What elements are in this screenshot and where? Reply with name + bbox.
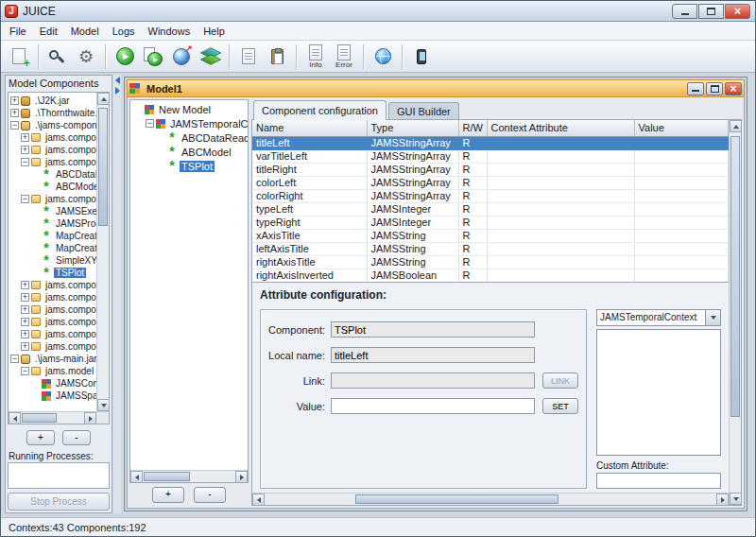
expand-toggle-icon[interactable]: + <box>21 318 29 326</box>
scrollbar-thumb[interactable] <box>22 413 57 423</box>
tree-item-tsplot[interactable]: TSPlot <box>9 267 96 279</box>
scrollbar-thumb[interactable] <box>355 494 558 504</box>
layers-button[interactable] <box>196 42 224 71</box>
settings-button[interactable] <box>72 42 100 71</box>
tree-item-abcmodel[interactable]: ABCModel <box>132 145 248 159</box>
upload-model-button[interactable] <box>167 42 196 71</box>
collapse-toggle-icon[interactable]: − <box>21 195 29 203</box>
tree-item-jams-componen[interactable]: +jams.componen... <box>9 131 96 144</box>
link-button[interactable]: LINK <box>542 372 578 389</box>
scrollbar-thumb[interactable] <box>144 472 190 481</box>
expand-toggle-icon[interactable]: + <box>10 109 19 117</box>
scroll-down-button[interactable] <box>730 493 742 505</box>
column-header-type[interactable]: Type <box>367 120 458 136</box>
minimize-button[interactable] <box>672 4 697 19</box>
tree-item-tsplot[interactable]: TSPlot <box>132 159 248 173</box>
config-horizontal-scrollbar[interactable] <box>252 493 729 505</box>
scrollbar-thumb[interactable] <box>730 136 740 417</box>
tree-item-jams-componen[interactable]: +jams.componen... <box>9 279 96 291</box>
close-button[interactable] <box>725 4 750 19</box>
tree-item-j2k-jar[interactable]: +.\J2K.jar <box>9 95 96 107</box>
collapse-toggle-icon[interactable]: − <box>21 367 29 375</box>
scroll-down-button[interactable] <box>97 399 110 411</box>
table-row[interactable]: typeLeftJAMSIntegerR <box>252 202 729 216</box>
library-tree-vertical-scrollbar[interactable] <box>96 93 109 411</box>
scroll-up-button[interactable] <box>730 120 742 132</box>
frame-maximize-button[interactable] <box>706 82 723 95</box>
column-header-value[interactable]: Value <box>634 120 729 136</box>
expand-toggle-icon[interactable]: + <box>21 293 29 302</box>
tree-item-jams-componen[interactable]: +jams.componen... <box>9 291 96 303</box>
expand-toggle-icon[interactable]: + <box>21 305 29 314</box>
run-model-file-button[interactable] <box>139 42 167 71</box>
table-row[interactable]: varTitleLeftJAMSStringArrayR <box>252 149 729 163</box>
tree-item-jams-componen[interactable]: +jams.componen... <box>9 340 96 353</box>
column-header-context-attribute[interactable]: Context Attribute <box>487 120 634 136</box>
config-vertical-scrollbar[interactable] <box>729 120 741 505</box>
scroll-right-button[interactable] <box>84 412 96 424</box>
link-field[interactable] <box>331 372 535 389</box>
add-component-button[interactable]: + <box>26 430 55 445</box>
expand-toggle-icon[interactable]: + <box>21 146 29 154</box>
tree-item-mapcreator[interactable]: MapCreator... <box>9 230 96 242</box>
tree-item-thornthwaite-jar[interactable]: +.\Thornthwaite.jar <box>9 107 96 119</box>
tree-item-jams-componen[interactable]: +jams.componen... <box>9 316 96 328</box>
local-name-field[interactable] <box>331 347 535 363</box>
tree-item-jams-components[interactable]: −.\jams-components... <box>9 119 96 131</box>
tree-item-jamsexecin[interactable]: JAMSExecIn... <box>9 205 96 217</box>
running-processes-list[interactable] <box>8 462 110 489</box>
tree-item-jamsspatia[interactable]: JAMSSpatia... <box>9 390 96 402</box>
frame-minimize-button[interactable] <box>687 82 704 95</box>
error-log-button[interactable]: Error <box>330 42 358 71</box>
expand-toggle-icon[interactable]: + <box>21 342 29 351</box>
scrollbar-track[interactable] <box>21 412 84 424</box>
browser-button[interactable] <box>369 42 397 71</box>
run-model-button[interactable] <box>111 42 139 71</box>
new-model-button[interactable] <box>5 42 33 71</box>
tree-item-abcdatareader[interactable]: ABCDataReader <box>132 130 248 145</box>
menu-logs[interactable]: Logs <box>106 24 142 39</box>
tree-item-jams-componen[interactable]: −jams.componen... <box>9 193 96 205</box>
tree-item-jams-main-jar[interactable]: −.\jams-main.jar <box>9 353 96 365</box>
frame-close-button[interactable] <box>725 82 742 95</box>
scrollbar-track[interactable] <box>265 494 716 505</box>
tree-item-simplexyplo[interactable]: SimpleXYPlo... <box>9 254 96 267</box>
remove-component-button[interactable]: - <box>62 430 91 445</box>
titlebar[interactable]: J JUICE <box>1 1 755 22</box>
expand-toggle-icon[interactable]: + <box>21 133 29 142</box>
collapse-left-icon[interactable] <box>115 77 120 84</box>
tree-item-abcmodel[interactable]: ABCModel <box>9 181 96 193</box>
scroll-right-button[interactable] <box>235 471 248 483</box>
tree-item-jams-componen[interactable]: +jams.componen... <box>9 144 96 156</box>
menu-file[interactable]: File <box>3 24 33 39</box>
table-row[interactable]: leftAxisTitleJAMSStringR <box>252 242 729 255</box>
custom-attribute-field[interactable] <box>596 473 721 489</box>
scroll-left-button[interactable] <box>130 471 143 483</box>
tree-item-jams-componen[interactable]: +jams.componen... <box>9 303 96 316</box>
column-header-r-w[interactable]: R/W <box>458 120 487 136</box>
collapse-toggle-icon[interactable]: − <box>10 121 19 130</box>
scroll-left-button[interactable] <box>9 412 21 424</box>
tree-item-new-model[interactable]: New Model <box>132 102 248 116</box>
scroll-up-button[interactable] <box>97 93 110 105</box>
tree-item-jams-model[interactable]: −jams.model <box>9 365 96 377</box>
scroll-left-button[interactable] <box>252 494 265 506</box>
collapse-toggle-icon[interactable]: − <box>10 355 19 363</box>
tree-item-jams-componen[interactable]: −jams.componen... <box>9 156 96 168</box>
collapse-toggle-icon[interactable]: − <box>21 158 29 166</box>
scrollbar-thumb[interactable] <box>98 108 108 225</box>
info-log-button[interactable]: Info <box>301 42 330 71</box>
model1-titlebar[interactable]: Model1 <box>127 79 745 97</box>
scrollbar-track[interactable] <box>97 105 109 399</box>
set-button[interactable]: SET <box>542 398 578 414</box>
split-divider[interactable] <box>113 75 121 513</box>
expand-toggle-icon[interactable]: + <box>10 96 19 105</box>
menu-model[interactable]: Model <box>64 24 106 39</box>
menu-windows[interactable]: Windows <box>142 24 198 39</box>
expand-toggle-icon[interactable]: + <box>21 281 29 289</box>
library-tree-horizontal-scrollbar[interactable] <box>9 411 96 424</box>
maximize-button[interactable] <box>698 4 724 19</box>
paste-button[interactable] <box>263 42 291 71</box>
scroll-right-button[interactable] <box>716 494 729 506</box>
value-field[interactable] <box>331 398 535 414</box>
